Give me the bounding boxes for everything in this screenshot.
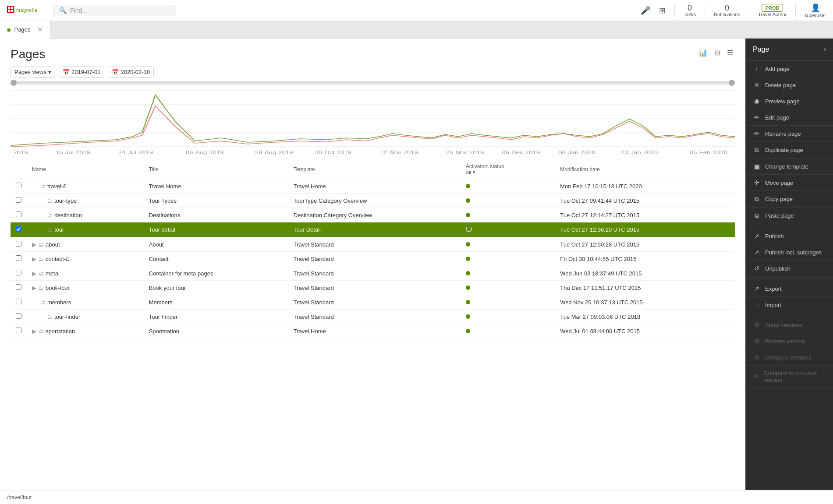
- table-row[interactable]: 🗂destinationDestinationsDestination Cate…: [11, 208, 735, 222]
- right-panel: Page › +Add page✕Delete page◉Preview pag…: [745, 39, 833, 504]
- row-checkbox[interactable]: [11, 222, 27, 237]
- row-template: Travel Standard: [288, 266, 461, 281]
- status-dot-green: [466, 300, 470, 304]
- row-status: [461, 295, 555, 310]
- export-label: Export: [765, 285, 782, 292]
- slider-left-handle[interactable]: [11, 80, 17, 86]
- panel-item-delete-page[interactable]: ✕Delete page: [746, 77, 833, 93]
- row-date: Wed Nov 25 10:37:13 UTC 2015: [555, 295, 735, 310]
- header-activation-status[interactable]: Activation status All ▾: [461, 160, 555, 179]
- pages-tab[interactable]: ■ Pages ✕: [0, 21, 50, 39]
- row-template: Travel Standard: [288, 237, 461, 252]
- nav-right: 🎤 ⊞ 0 Tasks 0 Notifications PROD Travel …: [641, 3, 826, 18]
- preview-page-label: Preview page: [765, 98, 800, 105]
- table-row[interactable]: ▶🗂contact-£ContactTravel StandardFri Oct…: [11, 252, 735, 266]
- row-checkbox-input[interactable]: [16, 197, 21, 203]
- row-checkbox[interactable]: [11, 295, 27, 310]
- table-row[interactable]: 🗂tour-finderTour FinderTravel StandardTu…: [11, 310, 735, 324]
- table-row[interactable]: ▶🗂book-tourBook your tourTravel Standard…: [11, 281, 735, 295]
- user-button[interactable]: 👤 superuser: [805, 3, 826, 18]
- chart-slider-track[interactable]: [11, 81, 735, 85]
- row-checkbox[interactable]: [11, 179, 27, 194]
- table-row[interactable]: 🗂tour-typeTour TypesTourType Category Ov…: [11, 194, 735, 208]
- folder-icon: 🗂: [40, 299, 46, 306]
- row-checkbox[interactable]: [11, 266, 27, 281]
- row-checkbox-input[interactable]: [16, 226, 21, 232]
- row-checkbox-input[interactable]: [16, 241, 21, 247]
- expand-icon[interactable]: ▶: [32, 241, 36, 248]
- panel-item-edit-page[interactable]: ✏Edit page: [746, 109, 833, 126]
- row-checkbox[interactable]: [11, 281, 27, 295]
- notifications-label: Notifications: [714, 12, 740, 17]
- row-date: Tue Mar 27 09:03:06 UTC 2018: [555, 310, 735, 324]
- table-row[interactable]: 🗂tourTour detailTour DetailTue Oct 27 12…: [11, 222, 735, 237]
- tasks-button[interactable]: 0 Tasks: [684, 4, 696, 17]
- slider-right-handle[interactable]: [729, 80, 735, 86]
- panel-item-copy-page[interactable]: ⧉Copy page: [746, 191, 833, 208]
- status-dot-green: [466, 314, 470, 319]
- chart-toolbar: Pages views ▾ 📅 2019-07-01 📅 2020-02-18: [11, 67, 735, 78]
- table-row[interactable]: 🗂travel-£Travel HomeTravel HomeMon Feb 1…: [11, 179, 735, 194]
- mic-button[interactable]: 🎤: [641, 6, 650, 15]
- panel-item-import[interactable]: →Import: [746, 297, 833, 313]
- panel-item-change-template[interactable]: ▦Change template: [746, 159, 833, 175]
- panel-item-add-page[interactable]: +Add page: [746, 61, 833, 77]
- row-checkbox[interactable]: [11, 194, 27, 208]
- row-checkbox[interactable]: [11, 252, 27, 266]
- row-title: Contact: [144, 252, 288, 266]
- panel-item-duplicate-page[interactable]: ⧉Duplicate page: [746, 142, 833, 159]
- row-name-text: tour-finder: [54, 314, 80, 320]
- row-checkbox[interactable]: [11, 324, 27, 338]
- row-status: [461, 222, 555, 237]
- expand-icon[interactable]: ▶: [32, 256, 36, 262]
- row-checkbox-input[interactable]: [16, 270, 21, 275]
- timeline-icon[interactable]: ⊟: [712, 47, 722, 59]
- header-name: Name: [27, 160, 144, 179]
- expand-icon[interactable]: ▶: [32, 285, 36, 291]
- compare-versions-label: Compare versions: [765, 354, 812, 361]
- row-checkbox[interactable]: [11, 208, 27, 222]
- row-name-text: book-tour: [46, 285, 70, 291]
- delete-page-label: Delete page: [765, 82, 796, 88]
- row-checkbox-input[interactable]: [16, 299, 21, 304]
- row-checkbox-input[interactable]: [16, 313, 21, 319]
- panel-item-unpublish[interactable]: ↺Unpublish: [746, 261, 833, 277]
- row-checkbox-input[interactable]: [16, 211, 21, 217]
- panel-item-paste-page[interactable]: ⧉Paste page: [746, 208, 833, 224]
- panel-item-export[interactable]: ↗Export: [746, 281, 833, 297]
- table-row[interactable]: 🗂membersMembersTravel StandardWed Nov 25…: [11, 295, 735, 310]
- bar-chart-icon[interactable]: 📊: [697, 47, 709, 59]
- folder-icon: 🗂: [47, 226, 53, 233]
- table-row[interactable]: ▶🗂aboutAboutTravel StandardTue Oct 27 12…: [11, 237, 735, 252]
- expand-icon[interactable]: ▶: [32, 328, 36, 335]
- view-select[interactable]: Pages views ▾: [11, 67, 55, 78]
- notifications-button[interactable]: 0 Notifications: [714, 4, 740, 17]
- panel-item-publish[interactable]: ↗Publish: [746, 228, 833, 244]
- panel-item-move-page[interactable]: ✛Move page: [746, 175, 833, 191]
- pages-tab-close[interactable]: ✕: [37, 25, 43, 34]
- travel-author-button[interactable]: PROD Travel Author: [758, 4, 787, 17]
- row-checkbox-input[interactable]: [16, 255, 21, 261]
- row-checkbox-input[interactable]: [16, 284, 21, 290]
- list-icon[interactable]: ☰: [725, 47, 735, 59]
- rename-page-icon: ✏: [753, 130, 761, 137]
- panel-separator: [746, 226, 833, 226]
- row-checkbox[interactable]: [11, 237, 27, 252]
- row-checkbox-input[interactable]: [16, 328, 21, 333]
- search-bar[interactable]: 🔍 Find...: [53, 5, 176, 16]
- row-checkbox-input[interactable]: [16, 183, 21, 188]
- grid-button[interactable]: ⊞: [659, 6, 666, 15]
- panel-item-preview-page[interactable]: ◉Preview page: [746, 93, 833, 109]
- date-start-input[interactable]: 📅 2019-07-01: [59, 67, 105, 78]
- panel-item-publish-subpages[interactable]: ↗Publish incl. subpages: [746, 244, 833, 261]
- paste-page-label: Paste page: [765, 212, 794, 219]
- panel-item-rename-page[interactable]: ✏Rename page: [746, 126, 833, 142]
- calendar-icon-end: 📅: [112, 69, 119, 75]
- table-row[interactable]: ▶🗂sportstationSportstationTravel HomeWed…: [11, 324, 735, 338]
- row-checkbox[interactable]: [11, 310, 27, 324]
- row-template: Travel Standard: [288, 281, 461, 295]
- table-row[interactable]: ▶🗂metaContainer for meta pagesTravel Sta…: [11, 266, 735, 281]
- date-end-input[interactable]: 📅 2020-02-18: [108, 67, 154, 78]
- expand-icon[interactable]: ▶: [32, 270, 36, 277]
- panel-expand-icon[interactable]: ›: [824, 46, 826, 53]
